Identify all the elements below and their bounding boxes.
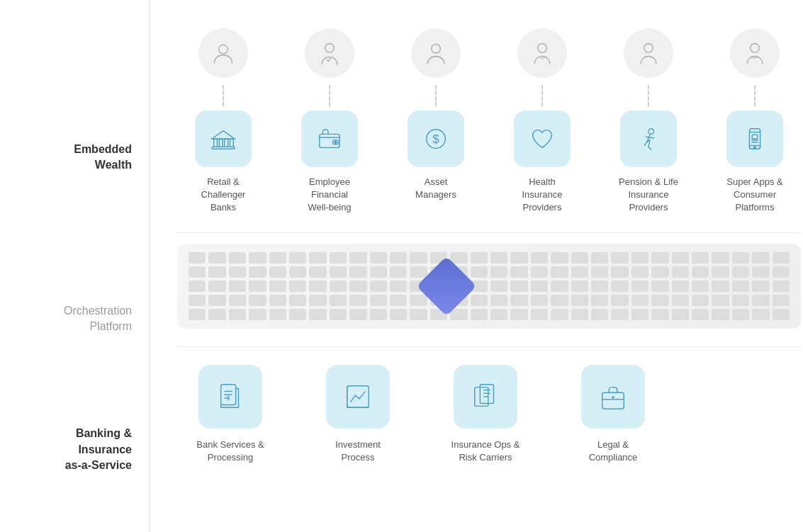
insurance-ops-column: Insurance Ops &Risk Carriers bbox=[432, 365, 539, 464]
connector-1 bbox=[223, 85, 224, 106]
keyboard-dot bbox=[611, 281, 628, 292]
keyboard-visual bbox=[177, 244, 801, 329]
insurance-ops-icon-box bbox=[454, 365, 517, 429]
doc-dollar-icon: $ bbox=[215, 382, 245, 412]
keyboard-dot bbox=[309, 309, 326, 320]
svg-rect-39 bbox=[602, 392, 624, 409]
keyboard-dot bbox=[531, 295, 548, 306]
super-apps-label: Super Apps &ConsumerPlatforms bbox=[726, 176, 783, 215]
keyboard-dot bbox=[510, 266, 527, 278]
keyboard-dot bbox=[551, 281, 568, 292]
keyboard-dot bbox=[672, 295, 689, 306]
employee-financial-icon-box bbox=[301, 111, 358, 167]
connector-6 bbox=[754, 85, 756, 106]
keyboard-dot bbox=[672, 266, 689, 278]
banking-label-section: Banking & Insurance as-a-Service bbox=[0, 368, 149, 531]
retail-banks-avatar bbox=[198, 28, 248, 78]
svg-point-10 bbox=[335, 141, 337, 143]
keyboard-dot bbox=[490, 252, 507, 264]
keyboard-dot bbox=[732, 295, 749, 306]
keyboard-dot bbox=[732, 281, 749, 292]
page-container: Embedded Wealth Orchestration Platform B… bbox=[0, 0, 803, 532]
keyboard-dot bbox=[631, 281, 648, 292]
keyboard-dot bbox=[631, 309, 648, 320]
keyboard-dot bbox=[712, 252, 729, 264]
keyboard-dot bbox=[289, 281, 306, 292]
keyboard-dot bbox=[370, 252, 387, 264]
asset-managers-column: $ AssetManagers bbox=[390, 28, 482, 201]
keyboard-dot bbox=[249, 281, 266, 292]
keyboard-dot bbox=[349, 295, 366, 306]
pension-life-label: Pension & LifeInsuranceProviders bbox=[619, 176, 678, 215]
bank-services-column: $ Bank Services &Processing bbox=[177, 365, 283, 464]
doc-copy-icon bbox=[471, 382, 500, 412]
person-icon-4 bbox=[529, 40, 555, 66]
svg-text:$: $ bbox=[432, 132, 439, 146]
keyboard-dot bbox=[531, 281, 548, 292]
keyboard-dot bbox=[229, 281, 246, 292]
keyboard-dot bbox=[631, 266, 648, 278]
keyboard-dot bbox=[712, 266, 729, 278]
orchestration-label-section: Orchestration Platform bbox=[0, 269, 149, 368]
keyboard-dot bbox=[591, 309, 608, 320]
connector-4 bbox=[541, 85, 543, 106]
keyboard-dot bbox=[390, 266, 407, 278]
keyboard-dot bbox=[269, 266, 286, 278]
keyboard-dot bbox=[450, 252, 467, 264]
keyboard-dot bbox=[289, 266, 306, 278]
keyboard-dot bbox=[510, 252, 527, 264]
keyboard-dot bbox=[269, 295, 286, 306]
bottom-icons-row: $ Bank Services &Processing bbox=[177, 365, 801, 464]
keyboard-dot bbox=[269, 309, 286, 320]
keyboard-dot bbox=[249, 295, 266, 306]
keyboard-dot bbox=[309, 266, 326, 278]
svg-point-18 bbox=[751, 44, 760, 53]
keyboard-dot bbox=[208, 266, 225, 278]
svg-point-0 bbox=[219, 45, 228, 54]
svg-point-11 bbox=[432, 44, 441, 53]
keyboard-dot bbox=[531, 266, 548, 278]
keyboard-dot bbox=[752, 281, 769, 292]
svg-rect-3 bbox=[225, 139, 228, 147]
keyboard-dot bbox=[189, 252, 206, 264]
dollar-circle-icon: $ bbox=[422, 125, 449, 152]
employee-financial-label: EmployeeFinancialWell-being bbox=[308, 176, 351, 215]
banking-section: $ Bank Services &Processing bbox=[177, 351, 801, 478]
keyboard-dot bbox=[330, 295, 347, 306]
keyboard-dot bbox=[450, 309, 467, 320]
connector-5 bbox=[648, 85, 649, 106]
keyboard-dot bbox=[591, 295, 608, 306]
keyboard-dot bbox=[672, 252, 689, 264]
keyboard-dot bbox=[189, 295, 206, 306]
keyboard-dot bbox=[571, 295, 588, 306]
keyboard-dot bbox=[611, 309, 628, 320]
retail-banks-column: Retail &ChallengerBanks bbox=[177, 28, 269, 215]
keyboard-dot bbox=[611, 252, 628, 264]
chart-line-icon bbox=[343, 382, 373, 412]
keyboard-dot bbox=[208, 252, 225, 264]
keyboard-dot bbox=[651, 309, 668, 320]
keyboard-dot bbox=[752, 295, 769, 306]
keyboard-dot bbox=[551, 309, 568, 320]
super-apps-avatar bbox=[730, 28, 780, 78]
keyboard-dot bbox=[208, 281, 225, 292]
keyboard-dot bbox=[490, 281, 507, 292]
employee-avatar bbox=[305, 28, 354, 78]
keyboard-dot bbox=[208, 295, 225, 306]
keyboard-dot bbox=[752, 252, 769, 264]
keyboard-dot bbox=[289, 309, 306, 320]
legal-compliance-column: Legal &Compliance bbox=[560, 365, 666, 464]
keyboard-dot bbox=[309, 295, 326, 306]
keyboard-dot bbox=[289, 252, 306, 264]
wallet-icon bbox=[316, 125, 343, 152]
svg-rect-4 bbox=[230, 139, 234, 147]
keyboard-dot bbox=[208, 309, 225, 320]
keyboard-dot bbox=[390, 281, 407, 292]
keyboard-dot bbox=[571, 309, 588, 320]
svg-marker-5 bbox=[212, 131, 235, 139]
keyboard-dot bbox=[370, 309, 387, 320]
person-icon-3 bbox=[423, 40, 449, 66]
keyboard-dot bbox=[712, 295, 729, 306]
svg-point-14 bbox=[538, 44, 547, 53]
orchestration-label: Orchestration Platform bbox=[64, 303, 132, 335]
